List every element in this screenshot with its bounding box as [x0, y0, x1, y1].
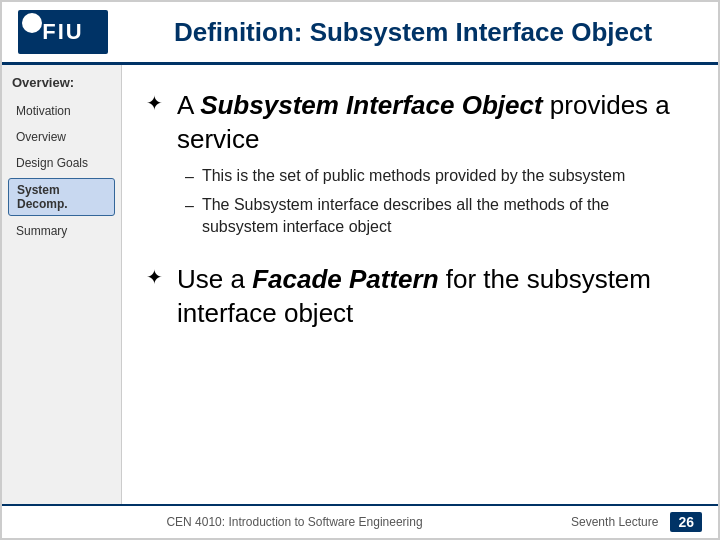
bullet-1-main: A Subsystem Interface Object provides a …: [177, 89, 690, 157]
footer: CEN 4010: Introduction to Software Engin…: [2, 504, 718, 538]
footer-course: CEN 4010: Introduction to Software Engin…: [18, 515, 571, 529]
bullet-star-1: ✦: [146, 91, 163, 115]
slide-title: Definition: Subsystem Interface Object: [124, 17, 702, 48]
sub-bullet-1-2: – The Subsystem interface describes all …: [185, 194, 690, 239]
bullet-2-main: Use a Facade Pattern for the subsystem i…: [177, 263, 690, 331]
dash-1-2: –: [185, 195, 194, 217]
bullet-2-bold-italic: Facade Pattern: [252, 264, 438, 294]
sidebar-item-design-goals[interactable]: Design Goals: [8, 152, 115, 174]
sidebar: Overview: Motivation Overview Design Goa…: [2, 65, 122, 504]
sub-bullet-text-1-1: This is the set of public methods provid…: [202, 165, 625, 187]
footer-right: Seventh Lecture 26: [571, 512, 702, 532]
sub-bullet-1-1: – This is the set of public methods prov…: [185, 165, 690, 188]
sub-bullet-text-1-2: The Subsystem interface describes all th…: [202, 194, 690, 239]
bullet-2: ✦ Use a Facade Pattern for the subsystem…: [146, 263, 690, 339]
dash-1-1: –: [185, 166, 194, 188]
main-body: Overview: Motivation Overview Design Goa…: [2, 65, 718, 504]
logo-area: FIU: [18, 10, 108, 54]
bullet-1-content: A Subsystem Interface Object provides a …: [177, 89, 690, 239]
sidebar-item-summary[interactable]: Summary: [8, 220, 115, 242]
sidebar-item-system-decomp[interactable]: System Decomp.: [8, 178, 115, 216]
bullet-star-2: ✦: [146, 265, 163, 289]
sidebar-item-motivation[interactable]: Motivation: [8, 100, 115, 122]
bullet-2-content: Use a Facade Pattern for the subsystem i…: [177, 263, 690, 339]
bullet-1-italic: Subsystem Interface Object: [200, 90, 542, 120]
footer-page-number: 26: [670, 512, 702, 532]
bullet-1-prefix: A: [177, 90, 200, 120]
slide: FIU Definition: Subsystem Interface Obje…: [0, 0, 720, 540]
fiu-logo: FIU: [18, 10, 108, 54]
header: FIU Definition: Subsystem Interface Obje…: [2, 2, 718, 65]
footer-lecture: Seventh Lecture: [571, 515, 658, 529]
sub-bullets-1: – This is the set of public methods prov…: [185, 165, 690, 239]
bullet-1: ✦ A Subsystem Interface Object provides …: [146, 89, 690, 239]
sidebar-item-overview[interactable]: Overview: [8, 126, 115, 148]
logo-text: FIU: [42, 19, 83, 45]
sidebar-title: Overview:: [8, 75, 115, 90]
logo-icon: [22, 13, 42, 33]
bullet-2-prefix: Use a: [177, 264, 252, 294]
content-area: ✦ A Subsystem Interface Object provides …: [122, 65, 718, 504]
